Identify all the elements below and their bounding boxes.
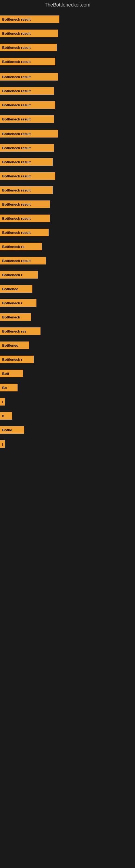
bar-item: Bottleneck result (0, 43, 57, 52)
bar-label: Bottleneck re (0, 243, 42, 250)
bar-label: | (0, 398, 5, 405)
bar-label: Bottleneck result (0, 257, 46, 265)
bar-item: Bottlenec (0, 341, 29, 350)
bar-item: Bottleneck result (0, 200, 50, 209)
bar-item: Bottleneck result (0, 158, 53, 166)
bar-item: Bottleneck result (0, 15, 59, 24)
bar-label: Bott (0, 370, 23, 377)
bar-label: Bottleneck result (0, 144, 54, 152)
bar-item: Bottle (0, 426, 24, 434)
bar-label: Bottleneck result (0, 215, 50, 222)
bar-item: Bo (0, 383, 17, 392)
bar-label: Bottleneck r (0, 271, 38, 279)
bar-label: Bottleneck result (0, 58, 55, 65)
bar-label: Bottleneck result (0, 73, 58, 81)
bar-item: Bottleneck result (0, 214, 50, 223)
bar-item: Bottleneck result (0, 129, 58, 138)
bar-item: Bottleneck result (0, 115, 54, 123)
chart-container: Bottleneck resultBottleneck resultBottle… (0, 10, 135, 770)
bar-item: Bottleneck (0, 313, 31, 321)
bar-item: B (0, 411, 12, 420)
bar-item: Bottlenec (0, 284, 32, 293)
bar-label: Bottleneck result (0, 30, 58, 37)
bar-label: | (0, 440, 5, 448)
bar-item: Bottleneck result (0, 144, 54, 152)
bar-item: Bottleneck result (0, 256, 46, 265)
bar-item: Bottleneck result (0, 228, 49, 237)
bar-label: Bottleneck (0, 313, 31, 321)
bar-label: Bottleneck res (0, 328, 41, 335)
bar-label: Bottleneck r (0, 299, 37, 307)
bar-label: Bottleneck result (0, 16, 59, 23)
bar-label: B (0, 412, 12, 420)
bar-item: Bottleneck r (0, 355, 34, 364)
bar-label: Bottleneck result (0, 229, 49, 236)
bar-label: Bottle (0, 426, 24, 434)
bar-label: Bottleneck result (0, 158, 53, 166)
bar-label: Bottleneck result (0, 44, 57, 51)
bar-item: Bottleneck r (0, 299, 37, 307)
bar-item: Bottleneck result (0, 172, 55, 180)
bar-item: Bottleneck res (0, 327, 41, 336)
bar-item: Bott (0, 369, 23, 378)
bar-item: Bottleneck result (0, 57, 55, 66)
bar-label: Bo (0, 384, 17, 392)
bar-label: Bottleneck result (0, 130, 58, 137)
bar-item: Bottleneck result (0, 87, 54, 95)
bar-item: Bottleneck result (0, 29, 58, 38)
bar-label: Bottleneck result (0, 200, 50, 208)
bar-item: Bottleneck result (0, 72, 58, 81)
bar-item: Bottleneck result (0, 186, 53, 194)
bar-item: Bottleneck re (0, 242, 42, 251)
bar-label: Bottlenec (0, 341, 29, 349)
bar-item: | (0, 397, 5, 406)
bar-label: Bottleneck r (0, 355, 34, 363)
bar-item: | (0, 440, 5, 448)
bar-label: Bottleneck result (0, 172, 55, 180)
bar-label: Bottleneck result (0, 101, 55, 109)
bar-label: Bottlenec (0, 285, 32, 293)
bar-label: Bottleneck result (0, 87, 54, 95)
bar-item: Bottleneck result (0, 101, 55, 109)
bar-item: Bottleneck r (0, 271, 38, 279)
site-title: TheBottlenecker.com (0, 0, 135, 10)
bar-label: Bottleneck result (0, 186, 53, 194)
bar-label: Bottleneck result (0, 115, 54, 123)
